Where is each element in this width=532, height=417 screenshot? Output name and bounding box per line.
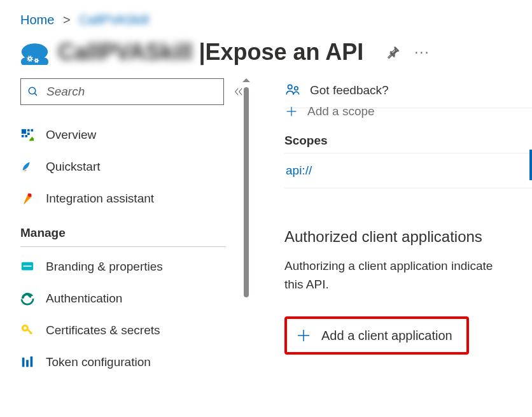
sidebar-item-certificates-secrets[interactable]: Certificates & secrets [20, 315, 251, 346]
sidebar-item-label: Overview [46, 128, 96, 142]
certificates-secrets-icon [20, 323, 34, 337]
sidebar-scrollbar-thumb[interactable] [244, 87, 249, 297]
plus-icon [284, 104, 298, 118]
search-icon [27, 86, 39, 97]
svg-rect-34 [30, 332, 32, 334]
search-input[interactable] [45, 84, 217, 99]
svg-point-32 [24, 327, 27, 330]
svg-rect-37 [31, 357, 33, 367]
svg-point-1 [29, 58, 31, 59]
page-title-section: Expose an API [206, 39, 364, 66]
sidebar-item-authentication[interactable]: Authentication [20, 283, 251, 315]
svg-point-38 [288, 85, 292, 89]
sidebar-item-label: Certificates & secrets [46, 323, 160, 337]
svg-point-18 [29, 87, 36, 94]
svg-rect-28 [24, 265, 32, 267]
pin-icon[interactable] [386, 45, 400, 59]
authorized-client-applications-description: Authorizing a client application indicat… [284, 257, 532, 293]
add-client-application-button[interactable]: Add a client application [284, 316, 469, 355]
svg-rect-6 [31, 60, 32, 62]
scopes-row: api:// [284, 153, 532, 188]
sidebar-section-manage: Manage [20, 215, 226, 247]
svg-line-19 [34, 93, 37, 95]
plus-icon [296, 328, 311, 343]
svg-point-39 [295, 87, 298, 90]
svg-rect-4 [32, 57, 33, 58]
svg-rect-2 [28, 56, 29, 57]
sidebar-item-branding[interactable]: Branding & properties [20, 251, 251, 283]
authorized-client-applications-heading: Authorized client applications [284, 228, 532, 246]
svg-point-11 [36, 60, 37, 61]
scopes-heading: Scopes [284, 134, 532, 153]
page-title-app-name: CallPVASkill [58, 39, 192, 66]
sidebar-item-overview[interactable]: Overview [20, 119, 251, 151]
feedback-label: Got feedback? [310, 83, 389, 97]
svg-rect-25 [25, 135, 27, 138]
feedback-icon [284, 82, 301, 99]
sidebar-item-integration-assistant[interactable]: Integration assistant [20, 183, 251, 215]
authentication-icon [20, 292, 34, 306]
svg-rect-35 [22, 358, 25, 367]
quickstart-icon [20, 160, 34, 174]
sidebar-item-token-configuration[interactable]: Token configuration [20, 346, 251, 378]
breadcrumb: Home > CallPVASkill [0, 0, 532, 32]
sidebar-item-label: Branding & properties [46, 260, 163, 274]
add-scope-button[interactable]: Add a scope [284, 103, 532, 118]
row-selection-indicator [529, 150, 532, 180]
svg-rect-15 [38, 62, 38, 63]
search-input-container[interactable] [20, 78, 224, 105]
scope-api-uri-link[interactable]: api:// [284, 164, 312, 177]
breadcrumb-separator: > [63, 13, 71, 27]
svg-rect-24 [22, 135, 24, 138]
main-content: Got feedback? Add a scope Scopes api:// … [251, 78, 532, 378]
sidebar-item-label: Quickstart [46, 160, 101, 174]
breadcrumb-home[interactable]: Home [20, 13, 54, 27]
svg-rect-21 [27, 129, 30, 132]
overview-icon [20, 128, 34, 142]
sidebar-item-label: Token configuration [46, 355, 151, 369]
sidebar-scrollbar[interactable] [241, 78, 251, 352]
svg-rect-12 [35, 58, 36, 59]
sidebar: Overview Quickstart Integration assistan… [0, 78, 251, 378]
svg-rect-8 [27, 60, 28, 60]
svg-point-26 [28, 194, 31, 197]
more-icon[interactable]: ··· [414, 45, 430, 59]
add-client-application-label: Add a client application [321, 329, 452, 343]
svg-rect-20 [22, 129, 26, 134]
integration-assistant-icon [20, 192, 34, 206]
page-title: CallPVASkill | Expose an API [58, 39, 363, 66]
svg-rect-36 [26, 360, 29, 367]
add-scope-label: Add a scope [307, 104, 375, 118]
token-configuration-icon [20, 355, 34, 369]
page-title-separator: | [199, 39, 205, 66]
app-registration-icon [20, 39, 49, 65]
page-header: CallPVASkill | Expose an API ··· [0, 32, 532, 78]
breadcrumb-app-name[interactable]: CallPVASkill [79, 13, 149, 27]
svg-rect-33 [27, 329, 32, 334]
svg-rect-22 [31, 129, 34, 132]
sidebar-item-label: Integration assistant [46, 192, 154, 206]
sidebar-item-label: Authentication [46, 292, 122, 306]
svg-rect-23 [27, 132, 30, 135]
sidebar-item-quickstart[interactable]: Quickstart [20, 151, 251, 183]
branding-icon [20, 260, 34, 274]
